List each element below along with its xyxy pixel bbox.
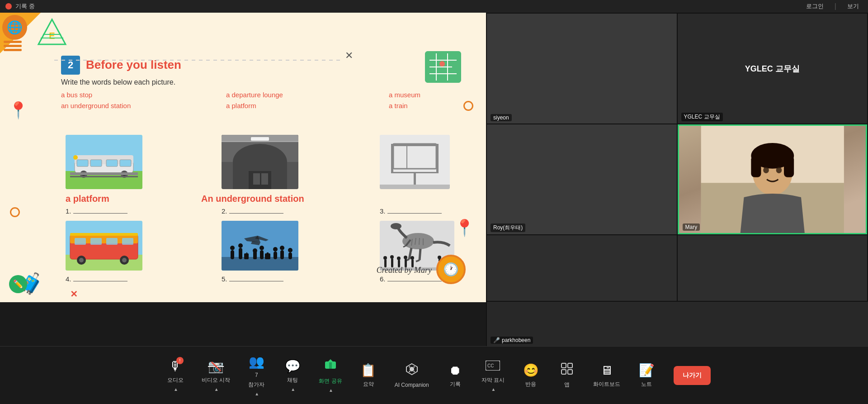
ai-companion-button[interactable]: AI Companion <box>387 359 437 392</box>
participants-button[interactable]: 👥 7 참가자 ▲ <box>238 351 274 400</box>
summary-button[interactable]: 📋 요약 <box>350 359 387 392</box>
svg-rect-18 <box>106 160 118 166</box>
svg-rect-115 <box>751 156 761 177</box>
video-button[interactable]: 📷 비디오 시작 ▲ <box>193 355 238 395</box>
instruction-text: Write the words below each picture. <box>61 78 175 86</box>
audio-chevron[interactable]: ▲ <box>174 387 178 392</box>
svg-rect-79 <box>288 252 292 259</box>
svg-point-64 <box>230 246 235 250</box>
audio-button[interactable]: 🎙 ! 오디오 ▲ <box>157 355 193 395</box>
record-indicator <box>5 3 12 10</box>
svg-rect-16 <box>77 160 88 166</box>
topbar-left: 기록 중 <box>5 2 35 10</box>
share-label: 화면 공유 <box>319 377 342 385</box>
whiteboard-button[interactable]: 🖥 화이트보드 <box>585 359 628 392</box>
captions-button[interactable]: CC 자막 표시 ▲ <box>473 356 513 395</box>
svg-point-82 <box>402 233 434 249</box>
share-chevron[interactable]: ▲ <box>329 388 333 393</box>
apps-button[interactable]: 앱 <box>549 359 585 392</box>
svg-point-70 <box>253 248 257 253</box>
deco-circle-1 <box>10 207 20 217</box>
svg-marker-121 <box>327 359 334 362</box>
close-button[interactable]: ✕ <box>345 50 353 62</box>
captions-chevron[interactable]: ▲ <box>491 387 495 392</box>
chat-icon: 💬 <box>285 359 301 374</box>
svg-point-66 <box>238 243 243 248</box>
participants-chevron[interactable]: ▲ <box>255 391 259 396</box>
chat-button[interactable]: 💬 채팅 ▲ <box>274 355 311 395</box>
participant-tile-parkhobeen: 🎤 parkhobeen <box>487 301 868 346</box>
svg-point-95 <box>383 256 387 260</box>
svg-rect-19 <box>120 160 131 166</box>
record-label: 기록 <box>450 380 461 388</box>
pin-icon-1: 📍 <box>8 101 28 120</box>
participant-name-parkhobeen: 🎤 parkhobeen <box>491 337 533 344</box>
svg-point-125 <box>409 366 410 368</box>
svg-rect-132 <box>568 363 572 368</box>
svg-point-117 <box>763 167 769 173</box>
edit-button[interactable]: ✏️ <box>9 275 27 293</box>
svg-rect-116 <box>784 156 794 177</box>
svg-point-26 <box>73 155 78 160</box>
num-label-4: 4. <box>66 275 127 283</box>
svg-point-58 <box>122 258 127 262</box>
svg-rect-65 <box>239 248 242 259</box>
notes-button[interactable]: 📝 노트 <box>628 359 665 392</box>
num-label-3: 3. <box>380 207 442 215</box>
participants-count: 7 <box>255 372 258 378</box>
notes-icon: 📝 <box>639 363 655 378</box>
chat-chevron[interactable]: ▲ <box>291 387 295 392</box>
svg-rect-46 <box>380 185 450 189</box>
svg-rect-68 <box>246 252 247 254</box>
svg-rect-52 <box>90 238 102 245</box>
summary-icon: 📋 <box>360 363 376 378</box>
svg-rect-122 <box>329 362 332 369</box>
mary-video <box>679 126 866 233</box>
svg-point-101 <box>404 256 407 259</box>
svg-point-126 <box>413 366 415 368</box>
login-button[interactable]: 로그인 <box>802 1 827 11</box>
svg-point-127 <box>413 371 415 372</box>
svg-rect-74 <box>267 252 269 254</box>
svg-rect-73 <box>265 253 270 259</box>
svg-line-86 <box>420 249 420 260</box>
participants-label: 참가자 <box>248 381 264 389</box>
slide-area: 🌐 E <box>0 13 486 302</box>
audio-icon: 🎙 ! <box>169 359 182 374</box>
word5: a museum <box>389 90 420 100</box>
captions-icon: CC <box>486 359 500 374</box>
video-chevron[interactable]: ▲ <box>214 387 219 392</box>
slide-content: 🌐 E <box>0 13 486 302</box>
reaction-button[interactable]: 😊 반응 <box>513 359 549 392</box>
participant-name-yglec: YGLEC 교무실 <box>681 113 723 121</box>
svg-rect-53 <box>106 238 118 245</box>
svg-point-80 <box>288 248 292 252</box>
participant-name-siyeon: siyeon <box>491 114 512 121</box>
video-label: 비디오 시작 <box>202 376 230 384</box>
captions-label: 자막 표시 <box>481 376 505 384</box>
svg-rect-37 <box>251 137 269 141</box>
participant-tile-roy: Roy(최우태) <box>487 124 677 234</box>
chat-label: 채팅 <box>287 376 298 384</box>
word2: an underground station <box>61 100 131 111</box>
clock-decoration: 🕐 <box>436 255 466 284</box>
share-button[interactable]: 화면 공유 ▲ <box>311 354 350 396</box>
svg-point-78 <box>280 246 284 250</box>
svg-rect-133 <box>561 370 566 374</box>
record-button[interactable]: ⏺ 기록 <box>437 359 473 392</box>
svg-line-119 <box>212 362 221 371</box>
svg-point-76 <box>273 247 278 252</box>
svg-rect-134 <box>568 370 572 374</box>
view-button[interactable]: 보기 <box>844 1 863 11</box>
svg-text:E: E <box>49 31 55 41</box>
svg-point-128 <box>409 371 410 372</box>
ai-label: AI Companion <box>395 382 429 388</box>
summary-label: 요약 <box>363 380 374 388</box>
word6: a train <box>389 100 420 111</box>
recording-label: 기록 중 <box>15 2 35 10</box>
topbar: 기록 중 로그인 | 보기 <box>0 0 868 13</box>
notes-label: 노트 <box>641 380 652 388</box>
svg-point-99 <box>397 257 401 260</box>
leave-button[interactable]: 나가기 <box>674 366 711 385</box>
image-4-tram <box>66 221 142 271</box>
